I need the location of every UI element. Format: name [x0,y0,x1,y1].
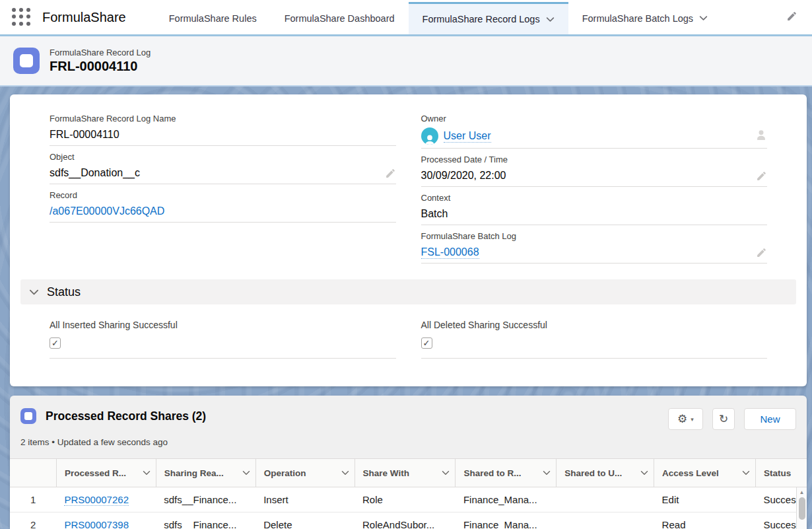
field-processed-date-time: Processed Date / Time30/09/2020, 22:00 [421,154,768,187]
chevron-down-icon[interactable] [742,469,750,477]
record-header: FormulaShare Record Log FRL-00004110 [0,36,812,87]
tab-formulashare-rules[interactable]: FormulaShare Rules [155,2,271,34]
edit-pencil-icon[interactable] [756,247,767,258]
field-value-row: 30/09/2020, 22:00 [421,168,768,187]
cell-shared-to-u [557,512,654,529]
list-meta: 2 items • Updated a few seconds ago [10,430,807,458]
column-header-label: Processed R... [65,468,126,478]
record-share-link[interactable]: PRS00007398 [64,519,129,529]
status-section-header[interactable]: Status [20,279,796,304]
owner-link[interactable]: User User [444,130,491,143]
cell-operation: Insert [255,487,355,512]
cell-shared-to-u [557,487,654,512]
field-value-text: Batch [421,208,448,220]
column-header-sharing-rea[interactable]: Sharing Rea... [156,459,255,487]
column-header-access-level[interactable]: Access Level [654,459,756,487]
tab-label: FormulaShare Record Logs [423,14,540,24]
field-formulashare-record-log-name: FormulaShare Record Log NameFRL-00004110 [50,113,396,146]
field-value-row: Batch [421,207,768,225]
status-fields-right: All Deleted Sharing Successful✓ [421,319,768,364]
column-header-label: Status [764,468,791,478]
field-value: FRL-00004110 [50,129,396,141]
record-share-link[interactable]: PRS00007262 [64,494,129,506]
field-value-row: /a067E00000VJc66QAD [50,204,396,223]
column-header-label: Access Level [662,468,719,478]
cell-sharing-rea: sdfs__Finance... [156,512,255,529]
column-header-row-number [10,459,56,487]
change-owner-icon[interactable] [755,129,767,143]
refresh-button[interactable]: ↻ [712,408,735,430]
field-record: Record/a067E00000VJc66QAD [50,190,396,223]
tab-formulashare-batch-logs[interactable]: FormulaShare Batch Logs [568,2,722,34]
cell-sharing-rea: sdfs__Finance... [156,487,255,512]
table-header-row: Processed R...Sharing Rea...OperationSha… [10,459,807,487]
chevron-down-icon[interactable] [341,469,349,477]
record-entity-label: FormulaShare Record Log [50,48,151,57]
related-list-title[interactable]: Processed Record Shares (2) [46,409,206,423]
field-value-row: sdfs__Donation__c [50,166,396,184]
column-header-shared-to-u[interactable]: Shared to U... [557,459,654,487]
field-value-row: FSL-000068 [421,245,768,264]
field-value: /a067E00000VJc66QAD [50,205,396,217]
field-value-text: 30/09/2020, 22:00 [421,170,506,182]
field-label: Owner [421,113,768,125]
status-fields-left: All Inserted Sharing Successful✓ [50,319,396,364]
cell-shared-to-r: Finance_Mana... [456,487,557,512]
field-all-inserted-sharing-successful: All Inserted Sharing Successful✓ [50,319,396,359]
record-detail-card: FormulaShare Record Log NameFRL-00004110… [10,94,807,386]
table-body: 1PRS00007262sdfs__Finance...InsertRoleFi… [10,487,807,529]
chevron-down-icon [29,287,39,297]
cell-row-number: 1 [10,487,56,512]
table-row: 1PRS00007262sdfs__Finance...InsertRoleFi… [10,487,807,512]
related-table: Processed R...Sharing Rea...OperationSha… [10,458,807,529]
column-header-processed-r[interactable]: Processed R... [56,459,156,487]
cell-shared-to-r: Finance_Mana... [456,512,557,529]
field-value-row: ✓ [421,334,768,359]
checkbox-checked[interactable]: ✓ [50,337,61,349]
field-value-row: User User [421,127,768,149]
tab-formulashare-dashboard[interactable]: FormulaShare Dashboard [271,2,409,34]
refresh-icon: ↻ [719,412,728,426]
column-header-label: Shared to R... [463,468,521,478]
tab-formulashare-record-logs[interactable]: FormulaShare Record Logs [409,2,568,34]
field-value: sdfs__Donation__c [50,167,385,179]
app-name: FormulaShare [42,10,126,25]
column-header-status[interactable]: Status [756,459,807,487]
avatar [421,127,438,145]
cell-share-with: RoleAndSubor... [355,512,456,529]
chevron-down-icon[interactable] [143,469,151,477]
new-button[interactable]: New [744,408,796,430]
nav-edit-pencil-icon[interactable] [786,11,797,24]
scroll-up-icon[interactable]: ▲ [799,487,805,497]
edit-pencil-icon[interactable] [385,168,396,179]
scrollbar-thumb[interactable] [799,497,805,520]
field-value: FSL-000068 [421,246,757,259]
edit-pencil-icon[interactable] [756,170,767,182]
column-header-shared-to-r[interactable]: Shared to R... [456,459,557,487]
related-table-wrap: Processed R...Sharing Rea...OperationSha… [10,458,807,529]
table-row: 2PRS00007398sdfs__Finance...DeleteRoleAn… [10,512,807,529]
related-list-entity-icon [20,408,36,424]
field-value: User User [421,127,756,145]
chevron-down-icon [546,15,555,24]
cell-row-number: 2 [10,512,56,529]
chevron-down-icon[interactable] [442,469,450,477]
table-scrollbar[interactable]: ▲ ▼ [796,487,807,529]
chevron-down-icon [699,14,708,22]
detail-fields-left: FormulaShare Record Log NameFRL-00004110… [50,113,396,269]
field-label: All Inserted Sharing Successful [50,319,396,331]
column-header-share-with[interactable]: Share With [355,459,456,487]
field-label: FormulaShare Batch Log [421,230,768,242]
chevron-down-icon[interactable] [640,469,648,477]
field-label: Record [50,190,396,201]
column-header-operation[interactable]: Operation [255,459,355,487]
chevron-down-icon[interactable] [543,469,551,477]
checkbox-checked[interactable]: ✓ [421,337,432,349]
record-link[interactable]: FSL-000068 [421,246,479,259]
chevron-down-icon[interactable] [242,469,250,477]
list-settings-button[interactable]: ⚙ ▾ [668,408,703,430]
field-label: Object [50,151,396,163]
app-launcher-icon[interactable] [12,8,32,26]
field-value: 30/09/2020, 22:00 [421,170,757,182]
record-link[interactable]: /a067E00000VJc66QAD [50,205,164,217]
